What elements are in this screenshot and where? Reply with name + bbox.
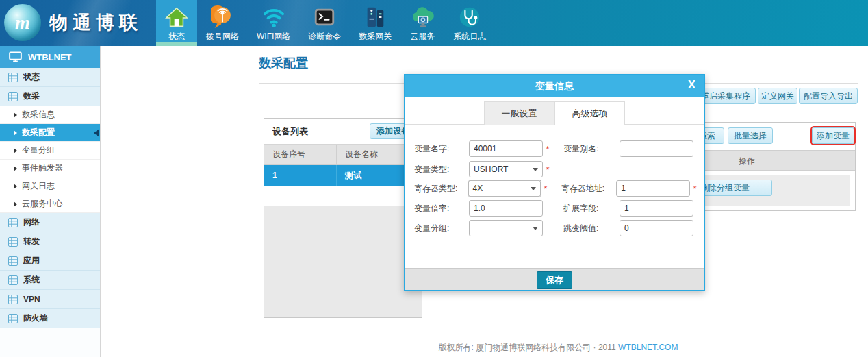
- stethoscope-icon: [458, 5, 481, 29]
- nav-item-label: 系统日志: [453, 31, 486, 42]
- required-asterisk: *: [541, 184, 550, 194]
- sidebar-item-cloud-center[interactable]: 云服务中心: [0, 195, 100, 213]
- grid-icon: [8, 295, 18, 304]
- define-gateway-button[interactable]: 定义网关: [758, 88, 797, 104]
- tab-advanced-options[interactable]: 高级选项: [554, 101, 625, 125]
- footer-divider: [259, 336, 858, 336]
- sidebar-item-network[interactable]: 网络: [0, 213, 100, 232]
- footer-link[interactable]: WTBLNET.COM: [618, 343, 678, 352]
- device-seq-column-header: 设备序号: [264, 145, 336, 164]
- sidebar-item-label: 转发: [23, 236, 40, 247]
- sidebar-item-firewall[interactable]: 防火墙: [0, 309, 100, 328]
- register-type-select[interactable]: 4X: [468, 180, 541, 197]
- home-icon: [165, 5, 188, 29]
- sidebar-item-application[interactable]: 应用: [0, 251, 100, 271]
- sidebar-item-vpn[interactable]: VPN: [0, 290, 100, 309]
- extend-field-input[interactable]: [620, 200, 693, 217]
- sidebar-item-label: 状态: [23, 71, 40, 83]
- variable-info-modal: 变量信息 X 一般设置 高级选项 变量名字: * 变量别名: 变量类型: USH…: [404, 74, 705, 291]
- form-row: 变量名字: * 变量别名:: [414, 140, 700, 158]
- variable-scale-label: 变量倍率:: [414, 203, 469, 214]
- page-title: 数采配置: [259, 55, 308, 71]
- required-asterisk: *: [543, 144, 552, 154]
- register-address-input[interactable]: [616, 180, 690, 197]
- variable-scale-input[interactable]: [469, 200, 543, 217]
- nav-item-status[interactable]: 状态: [156, 0, 197, 46]
- chevron-down-icon: [533, 227, 538, 230]
- sidebar-item-variable-group[interactable]: 变量分组: [0, 142, 100, 160]
- add-variable-button[interactable]: 添加变量: [812, 127, 854, 144]
- variable-type-label: 变量类型:: [414, 164, 469, 175]
- device-list-title: 设备列表: [272, 125, 308, 138]
- triangle-right-icon: [14, 148, 17, 153]
- sidebar-item-label: 系统: [23, 274, 40, 286]
- sidebar-item-label: 网络: [23, 217, 40, 228]
- nav-item-system-log[interactable]: 系统日志: [444, 0, 495, 46]
- nav-item-wifi-network[interactable]: WIFI网络: [248, 0, 299, 46]
- sidebar-item-label: VPN: [23, 295, 40, 304]
- grid-icon: [8, 237, 18, 247]
- copyright-text: 版权所有: 厦门物通博联网络科技有限公司 · 2011 WTBLNET.COM: [259, 342, 858, 354]
- cloud-icon: [409, 5, 435, 29]
- sidebar-item-system[interactable]: 系统: [0, 271, 100, 290]
- sidebar-item-label: 云服务中心: [22, 198, 63, 210]
- nav-item-label: 云服务: [410, 31, 435, 42]
- register-type-value: 4X: [473, 184, 483, 193]
- device-table-row[interactable]: 1 测试: [264, 165, 422, 186]
- device-list-panel: 设备列表 添加设备 设备序号 设备名称 1 测试: [264, 118, 422, 318]
- variable-group-label: 变量分组:: [414, 223, 469, 234]
- modal-footer: 保存: [405, 268, 704, 290]
- chevron-down-icon: [533, 168, 538, 171]
- top-bar: m 物通博联 状态 拨号网络 WIFI网络: [0, 0, 868, 46]
- variable-name-input[interactable]: [469, 140, 543, 157]
- sidebar-item-label: 应用: [23, 255, 40, 267]
- save-button[interactable]: 保存: [537, 271, 572, 289]
- monitor-icon: [9, 51, 22, 62]
- sidebar-item-label: 数采: [23, 90, 40, 102]
- variable-alias-input[interactable]: [620, 140, 693, 157]
- sidebar-item-data-acquisition[interactable]: 数采: [0, 87, 100, 106]
- active-notch-icon: [94, 129, 99, 137]
- close-icon[interactable]: X: [688, 78, 695, 92]
- nav-item-label: 诊断命令: [308, 31, 341, 42]
- variable-name-label: 变量名字:: [414, 143, 469, 155]
- variable-type-select[interactable]: USHORT: [469, 161, 543, 177]
- grid-icon: [8, 314, 18, 323]
- grid-icon: [8, 218, 18, 227]
- register-type-label: 寄存器类型:: [414, 183, 468, 195]
- gateway-icon: [363, 5, 387, 29]
- sidebar-item-label: 事件触发器: [22, 162, 63, 174]
- top-nav: 状态 拨号网络 WIFI网络 诊断命令: [156, 0, 495, 46]
- triangle-right-icon: [14, 201, 17, 207]
- nav-item-daq-gateway[interactable]: 数采网关: [350, 0, 400, 46]
- nav-item-label: 状态: [168, 31, 185, 42]
- required-asterisk: *: [690, 184, 700, 194]
- variable-alias-label: 变量别名:: [563, 143, 620, 155]
- sidebar-item-daq-config[interactable]: 数采配置: [0, 124, 100, 142]
- form-row: 变量类型: USHORT *: [414, 160, 700, 178]
- batch-select-button[interactable]: 批量选择: [728, 127, 773, 144]
- modal-title-bar: 变量信息 X: [405, 75, 704, 97]
- variable-group-select[interactable]: [469, 220, 543, 236]
- copyright-label: 版权所有: 厦门物通博联网络科技有限公司 · 2011: [439, 343, 616, 352]
- logo-sphere-icon: m: [4, 4, 41, 41]
- sidebar-item-label: 网关日志: [22, 180, 55, 192]
- tab-general-settings[interactable]: 一般设置: [484, 101, 554, 125]
- sidebar-item-gateway-log[interactable]: 网关日志: [0, 177, 100, 195]
- sidebar-item-label: 数采配置: [22, 127, 55, 138]
- sidebar-item-event-trigger[interactable]: 事件触发器: [0, 160, 100, 177]
- nav-item-diagnostic-command[interactable]: 诊断命令: [299, 0, 350, 46]
- triangle-right-icon: [14, 166, 17, 171]
- nav-item-dialup-network[interactable]: 拨号网络: [197, 0, 248, 46]
- sidebar-item-daq-info[interactable]: 数采信息: [0, 106, 100, 124]
- sidebar-item-forwarding[interactable]: 转发: [0, 232, 100, 251]
- nav-item-cloud-service[interactable]: 云服务: [400, 0, 444, 46]
- triangle-right-icon: [14, 184, 17, 189]
- sidebar-item-status[interactable]: 状态: [0, 68, 100, 87]
- grid-icon: [8, 73, 18, 82]
- sidebar-title: WTBLNET: [28, 52, 72, 62]
- config-import-export-button[interactable]: 配置导入导出: [799, 88, 858, 104]
- column-divider: [735, 151, 735, 170]
- jump-threshold-input[interactable]: [620, 220, 693, 236]
- register-address-label: 寄存器地址:: [561, 183, 617, 195]
